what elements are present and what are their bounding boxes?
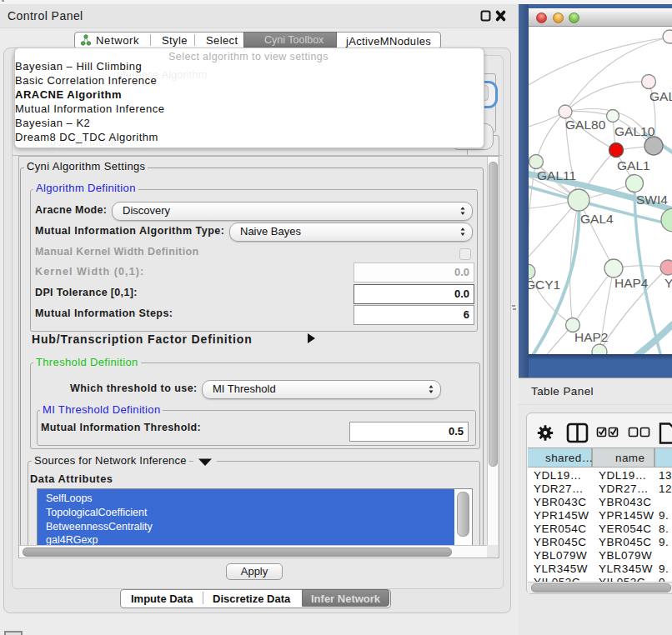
svg-text:HAP4: HAP4	[614, 276, 649, 290]
svg-text:GAL11: GAL11	[537, 168, 576, 182]
svg-text:GAL80: GAL80	[565, 118, 606, 132]
svg-text:GAL7: GAL7	[649, 89, 672, 103]
svg-text:GAL4: GAL4	[580, 212, 614, 226]
svg-text:YM: YM	[664, 276, 672, 290]
svg-text:SWI4: SWI4	[636, 192, 668, 207]
svg-text:HAP2: HAP2	[574, 330, 609, 344]
svg-text:GAL10: GAL10	[614, 124, 655, 138]
svg-text:GAL1: GAL1	[617, 158, 650, 172]
svg-text:GCY1: GCY1	[529, 278, 560, 292]
